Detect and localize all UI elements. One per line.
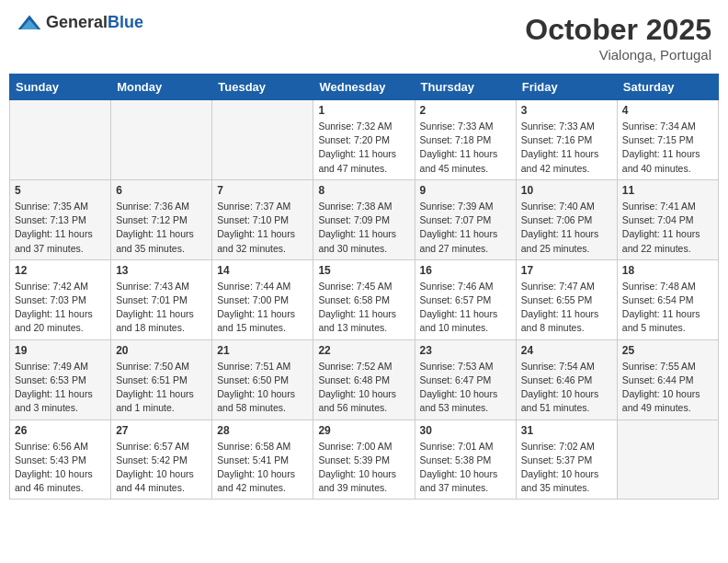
day-info: Sunrise: 7:54 AM Sunset: 6:46 PM Dayligh… <box>521 360 612 416</box>
calendar-day-cell <box>111 100 212 180</box>
calendar-day-cell: 8Sunrise: 7:38 AM Sunset: 7:09 PM Daylig… <box>313 179 415 259</box>
day-info: Sunrise: 7:49 AM Sunset: 6:53 PM Dayligh… <box>15 360 106 416</box>
calendar-day-cell: 14Sunrise: 7:44 AM Sunset: 7:00 PM Dayli… <box>212 259 313 339</box>
day-info: Sunrise: 7:40 AM Sunset: 7:06 PM Dayligh… <box>521 200 612 256</box>
day-info: Sunrise: 7:33 AM Sunset: 7:18 PM Dayligh… <box>420 120 511 176</box>
day-info: Sunrise: 7:52 AM Sunset: 6:48 PM Dayligh… <box>318 360 409 416</box>
calendar-day-cell: 19Sunrise: 7:49 AM Sunset: 6:53 PM Dayli… <box>10 339 111 419</box>
calendar-day-cell: 5Sunrise: 7:35 AM Sunset: 7:13 PM Daylig… <box>10 179 111 259</box>
calendar-day-cell: 17Sunrise: 7:47 AM Sunset: 6:55 PM Dayli… <box>516 259 617 339</box>
calendar-week-row: 19Sunrise: 7:49 AM Sunset: 6:53 PM Dayli… <box>10 339 719 419</box>
day-info: Sunrise: 7:39 AM Sunset: 7:07 PM Dayligh… <box>420 200 511 256</box>
day-info: Sunrise: 6:58 AM Sunset: 5:41 PM Dayligh… <box>217 440 308 496</box>
day-info: Sunrise: 7:33 AM Sunset: 7:16 PM Dayligh… <box>521 120 612 176</box>
weekday-header: Wednesday <box>313 75 415 100</box>
calendar-day-cell: 28Sunrise: 6:58 AM Sunset: 5:41 PM Dayli… <box>212 419 313 500</box>
day-info: Sunrise: 7:36 AM Sunset: 7:12 PM Dayligh… <box>116 200 207 256</box>
day-number: 2 <box>420 104 511 117</box>
calendar-day-cell: 20Sunrise: 7:50 AM Sunset: 6:51 PM Dayli… <box>111 339 212 419</box>
day-number: 14 <box>217 264 308 277</box>
weekday-header: Monday <box>111 75 212 100</box>
calendar-day-cell: 29Sunrise: 7:00 AM Sunset: 5:39 PM Dayli… <box>313 419 415 500</box>
day-info: Sunrise: 7:35 AM Sunset: 7:13 PM Dayligh… <box>15 200 106 256</box>
calendar-day-cell: 4Sunrise: 7:34 AM Sunset: 7:15 PM Daylig… <box>617 100 718 180</box>
title-block: October 2025 Vialonga, Portugal <box>525 13 711 63</box>
calendar-day-cell <box>10 100 111 180</box>
day-info: Sunrise: 7:44 AM Sunset: 7:00 PM Dayligh… <box>217 280 308 336</box>
weekday-header: Friday <box>516 75 617 100</box>
day-number: 10 <box>521 184 612 197</box>
day-info: Sunrise: 7:48 AM Sunset: 6:54 PM Dayligh… <box>622 280 713 336</box>
calendar-day-cell <box>212 100 313 180</box>
day-info: Sunrise: 7:50 AM Sunset: 6:51 PM Dayligh… <box>116 360 207 416</box>
day-info: Sunrise: 7:51 AM Sunset: 6:50 PM Dayligh… <box>217 360 308 416</box>
month-title: October 2025 <box>525 13 711 47</box>
day-number: 23 <box>420 344 511 357</box>
calendar-day-cell: 31Sunrise: 7:02 AM Sunset: 5:37 PM Dayli… <box>516 419 617 500</box>
day-number: 19 <box>15 344 106 357</box>
calendar-day-cell: 11Sunrise: 7:41 AM Sunset: 7:04 PM Dayli… <box>617 179 718 259</box>
calendar-day-cell: 3Sunrise: 7:33 AM Sunset: 7:16 PM Daylig… <box>516 100 617 180</box>
calendar-day-cell: 10Sunrise: 7:40 AM Sunset: 7:06 PM Dayli… <box>516 179 617 259</box>
day-number: 13 <box>116 264 207 277</box>
day-number: 22 <box>318 344 409 357</box>
weekday-header: Thursday <box>415 75 516 100</box>
day-number: 28 <box>217 424 308 437</box>
day-number: 29 <box>318 424 409 437</box>
calendar-week-row: 5Sunrise: 7:35 AM Sunset: 7:13 PM Daylig… <box>10 179 719 259</box>
weekday-header: Sunday <box>10 75 111 100</box>
calendar-day-cell <box>617 419 718 500</box>
day-info: Sunrise: 7:34 AM Sunset: 7:15 PM Dayligh… <box>622 120 713 176</box>
weekday-header-row: SundayMondayTuesdayWednesdayThursdayFrid… <box>10 75 719 100</box>
day-info: Sunrise: 7:55 AM Sunset: 6:44 PM Dayligh… <box>622 360 713 416</box>
calendar-day-cell: 22Sunrise: 7:52 AM Sunset: 6:48 PM Dayli… <box>313 339 415 419</box>
calendar-day-cell: 26Sunrise: 6:56 AM Sunset: 5:43 PM Dayli… <box>10 419 111 500</box>
day-number: 20 <box>116 344 207 357</box>
day-number: 27 <box>116 424 207 437</box>
calendar-day-cell: 25Sunrise: 7:55 AM Sunset: 6:44 PM Dayli… <box>617 339 718 419</box>
day-info: Sunrise: 7:53 AM Sunset: 6:47 PM Dayligh… <box>420 360 511 416</box>
day-number: 3 <box>521 104 612 117</box>
calendar-day-cell: 9Sunrise: 7:39 AM Sunset: 7:07 PM Daylig… <box>415 179 516 259</box>
logo-text-general: General <box>46 13 108 31</box>
day-number: 8 <box>318 184 409 197</box>
day-number: 1 <box>318 104 409 117</box>
day-number: 5 <box>15 184 106 197</box>
day-number: 12 <box>15 264 106 277</box>
weekday-header: Saturday <box>617 75 718 100</box>
day-number: 31 <box>521 424 612 437</box>
day-info: Sunrise: 7:43 AM Sunset: 7:01 PM Dayligh… <box>116 280 207 336</box>
calendar-day-cell: 21Sunrise: 7:51 AM Sunset: 6:50 PM Dayli… <box>212 339 313 419</box>
calendar-day-cell: 23Sunrise: 7:53 AM Sunset: 6:47 PM Dayli… <box>415 339 516 419</box>
day-number: 24 <box>521 344 612 357</box>
calendar-day-cell: 7Sunrise: 7:37 AM Sunset: 7:10 PM Daylig… <box>212 179 313 259</box>
day-info: Sunrise: 7:41 AM Sunset: 7:04 PM Dayligh… <box>622 200 713 256</box>
day-info: Sunrise: 7:32 AM Sunset: 7:20 PM Dayligh… <box>318 120 409 176</box>
day-number: 7 <box>217 184 308 197</box>
calendar-day-cell: 27Sunrise: 6:57 AM Sunset: 5:42 PM Dayli… <box>111 419 212 500</box>
day-number: 9 <box>420 184 511 197</box>
day-info: Sunrise: 7:38 AM Sunset: 7:09 PM Dayligh… <box>318 200 409 256</box>
day-number: 30 <box>420 424 511 437</box>
calendar-table: SundayMondayTuesdayWednesdayThursdayFrid… <box>9 74 719 500</box>
logo-icon <box>17 14 42 32</box>
calendar-week-row: 1Sunrise: 7:32 AM Sunset: 7:20 PM Daylig… <box>10 100 719 180</box>
calendar-day-cell: 18Sunrise: 7:48 AM Sunset: 6:54 PM Dayli… <box>617 259 718 339</box>
day-number: 18 <box>622 264 713 277</box>
logo: GeneralBlue <box>17 13 143 32</box>
day-info: Sunrise: 7:46 AM Sunset: 6:57 PM Dayligh… <box>420 280 511 336</box>
calendar-day-cell: 1Sunrise: 7:32 AM Sunset: 7:20 PM Daylig… <box>313 100 415 180</box>
day-info: Sunrise: 6:56 AM Sunset: 5:43 PM Dayligh… <box>15 440 106 496</box>
location-title: Vialonga, Portugal <box>525 47 711 63</box>
page-header: GeneralBlue October 2025 Vialonga, Portu… <box>9 9 719 66</box>
day-number: 25 <box>622 344 713 357</box>
day-info: Sunrise: 7:42 AM Sunset: 7:03 PM Dayligh… <box>15 280 106 336</box>
calendar-week-row: 12Sunrise: 7:42 AM Sunset: 7:03 PM Dayli… <box>10 259 719 339</box>
day-info: Sunrise: 7:37 AM Sunset: 7:10 PM Dayligh… <box>217 200 308 256</box>
day-info: Sunrise: 7:00 AM Sunset: 5:39 PM Dayligh… <box>318 440 409 496</box>
day-number: 26 <box>15 424 106 437</box>
day-number: 17 <box>521 264 612 277</box>
day-number: 11 <box>622 184 713 197</box>
logo-text-blue: Blue <box>108 13 143 31</box>
day-number: 6 <box>116 184 207 197</box>
